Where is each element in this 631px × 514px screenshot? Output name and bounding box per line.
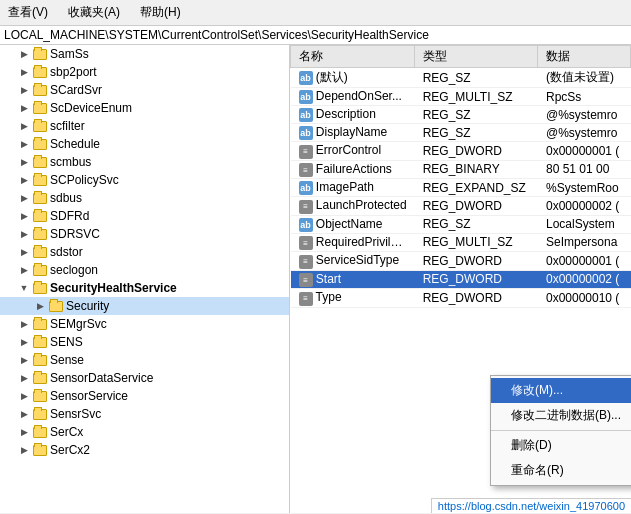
menu-favorites[interactable]: 收藏夹(A) [64, 2, 124, 23]
dword-icon: ≡ [299, 273, 313, 287]
tree-item-label: scfilter [50, 119, 85, 133]
table-row[interactable]: ≡ FailureActionsREG_BINARY80 51 01 00 [291, 160, 631, 179]
tree-item-label: sbp2port [50, 65, 97, 79]
reg-type: REG_DWORD [415, 197, 538, 216]
context-menu-separator [491, 430, 631, 431]
table-row[interactable]: ab ImagePathREG_EXPAND_SZ%SystemRoo [291, 179, 631, 197]
tree-item[interactable]: ▶scfilter [0, 117, 289, 135]
tree-expander-icon: ▶ [16, 226, 32, 242]
tree-item[interactable]: ▶SensorService [0, 387, 289, 405]
table-row[interactable]: ≡ LaunchProtectedREG_DWORD0x00000002 ( [291, 197, 631, 216]
context-menu: 修改(M)...修改二进制数据(B)...删除(D)重命名(R) [490, 375, 631, 486]
reg-name: ObjectName [313, 217, 383, 231]
folder-icon [32, 389, 48, 403]
dword-icon: ≡ [299, 163, 313, 177]
table-row[interactable]: ≡ ServiceSidTypeREG_DWORD0x00000001 ( [291, 252, 631, 271]
reg-type: REG_BINARY [415, 160, 538, 179]
tree-expander-icon: ▶ [16, 64, 32, 80]
tree-item[interactable]: ▶ScDeviceEnum [0, 99, 289, 117]
folder-icon [32, 407, 48, 421]
tree-expander-icon: ▶ [16, 316, 32, 332]
tree-item[interactable]: ▶sdstor [0, 243, 289, 261]
folder-icon [32, 281, 48, 295]
tree-item[interactable]: ▶SerCx [0, 423, 289, 441]
reg-type: REG_SZ [415, 68, 538, 88]
folder-icon [32, 173, 48, 187]
tree-item[interactable]: ▶sdbus [0, 189, 289, 207]
tree-item[interactable]: ▶SamSs [0, 45, 289, 63]
table-row[interactable]: ≡ ErrorControlREG_DWORD0x00000001 ( [291, 142, 631, 161]
tree-item[interactable]: ▶sbp2port [0, 63, 289, 81]
reg-data: 0x00000002 ( [538, 270, 631, 289]
context-menu-item[interactable]: 修改二进制数据(B)... [491, 403, 631, 428]
folder-icon [32, 65, 48, 79]
folder-icon [32, 119, 48, 133]
tree-item[interactable]: ▶SensrSvc [0, 405, 289, 423]
table-row[interactable]: ab DependOnSer...REG_MULTI_SZRpcSs [291, 88, 631, 106]
table-row[interactable]: ≡ RequiredPrivile...REG_MULTI_SZSeImpers… [291, 233, 631, 252]
tree-item-label: SensorDataService [50, 371, 153, 385]
reg-type: REG_MULTI_SZ [415, 233, 538, 252]
reg-data: LocalSystem [538, 215, 631, 233]
folder-icon [32, 263, 48, 277]
reg-data: 0x00000001 ( [538, 142, 631, 161]
dword-icon: ≡ [299, 236, 313, 250]
tree-item-label: Sense [50, 353, 84, 367]
tree-expander-icon: ▶ [16, 208, 32, 224]
reg-data: 0x00000010 ( [538, 289, 631, 308]
table-row[interactable]: ≡ StartREG_DWORD0x00000002 ( [291, 270, 631, 289]
tree-item[interactable]: ▶SENS [0, 333, 289, 351]
tree-item-label: SerCx2 [50, 443, 90, 457]
folder-icon [48, 299, 64, 313]
folder-icon [32, 245, 48, 259]
tree-expander-icon: ▶ [16, 334, 32, 350]
registry-panel[interactable]: 名称 类型 数据 ab (默认)REG_SZ(数值未设置)ab DependOn… [290, 45, 631, 513]
folder-icon [32, 101, 48, 115]
tree-item[interactable]: ▶SensorDataService [0, 369, 289, 387]
tree-item[interactable]: ▶SDRSVC [0, 225, 289, 243]
menu-view[interactable]: 查看(V) [4, 2, 52, 23]
tree-item-label: SensorService [50, 389, 128, 403]
menu-help[interactable]: 帮助(H) [136, 2, 185, 23]
tree-item-label: ScDeviceEnum [50, 101, 132, 115]
tree-expander-icon: ▶ [32, 298, 48, 314]
tree-item-label: sdbus [50, 191, 82, 205]
tree-item[interactable]: ▶SCPolicySvc [0, 171, 289, 189]
reg-data: @%systemro [538, 106, 631, 124]
table-row[interactable]: ab DescriptionREG_SZ@%systemro [291, 106, 631, 124]
table-row[interactable]: ab DisplayNameREG_SZ@%systemro [291, 124, 631, 142]
tree-item[interactable]: ▶SDFRd [0, 207, 289, 225]
ab-icon: ab [299, 218, 313, 232]
dword-icon: ≡ [299, 292, 313, 306]
reg-data: 80 51 01 00 [538, 160, 631, 179]
registry-table: 名称 类型 数据 ab (默认)REG_SZ(数值未设置)ab DependOn… [290, 45, 631, 308]
folder-icon [32, 191, 48, 205]
context-menu-item[interactable]: 重命名(R) [491, 458, 631, 483]
tree-item[interactable]: ▶SEMgrSvc [0, 315, 289, 333]
context-menu-item[interactable]: 修改(M)... [491, 378, 631, 403]
tree-item[interactable]: ▶SerCx2 [0, 441, 289, 459]
tree-item[interactable]: ▶Schedule [0, 135, 289, 153]
table-row[interactable]: ab (默认)REG_SZ(数值未设置) [291, 68, 631, 88]
tree-item[interactable]: ▶scmbus [0, 153, 289, 171]
ab-icon: ab [299, 181, 313, 195]
tree-item-label: seclogon [50, 263, 98, 277]
tree-panel[interactable]: ▶SamSs▶sbp2port▶SCardSvr▶ScDeviceEnum▶sc… [0, 45, 290, 513]
folder-icon [32, 371, 48, 385]
tree-item[interactable]: ▶seclogon [0, 261, 289, 279]
tree-item-label: SEMgrSvc [50, 317, 107, 331]
tree-item[interactable]: ▼SecurityHealthService [0, 279, 289, 297]
tree-expander-icon: ▶ [16, 244, 32, 260]
table-row[interactable]: ≡ TypeREG_DWORD0x00000010 ( [291, 289, 631, 308]
tree-item[interactable]: ▶Sense [0, 351, 289, 369]
reg-name: DependOnSer... [313, 89, 402, 103]
tree-expander-icon: ▶ [16, 388, 32, 404]
reg-data: 0x00000001 ( [538, 252, 631, 271]
context-menu-item[interactable]: 删除(D) [491, 433, 631, 458]
tree-item[interactable]: ▶Security [0, 297, 289, 315]
reg-data: %SystemRoo [538, 179, 631, 197]
reg-name: LaunchProtected [313, 198, 407, 212]
tree-item[interactable]: ▶SCardSvr [0, 81, 289, 99]
tree-expander-icon: ▶ [16, 190, 32, 206]
table-row[interactable]: ab ObjectNameREG_SZLocalSystem [291, 215, 631, 233]
